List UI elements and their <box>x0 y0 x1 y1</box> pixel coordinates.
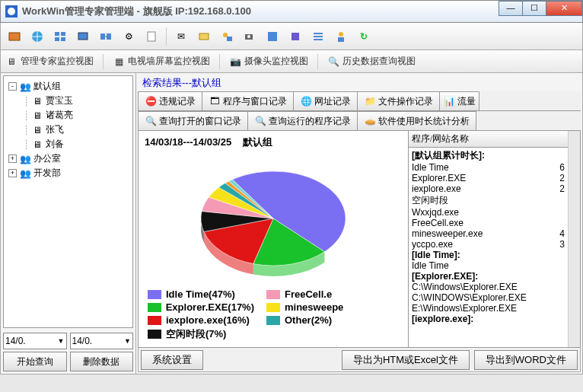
list-item[interactable]: C:\WINDOWS\Explorer.EXE <box>412 292 565 303</box>
toolbar-btn-12[interactable] <box>262 26 283 47</box>
date-to-input[interactable]: 14/0.▼ <box>70 333 134 349</box>
view-tab-history[interactable]: 🔍历史数据查询视图 <box>327 55 416 68</box>
tree-user[interactable]: ┊🖥诸葛亮 <box>7 108 129 123</box>
tab-usage-stats[interactable]: 🥧软件使用时长统计分析 <box>357 111 476 130</box>
chart-column: 14/03/18---14/03/25 默认组 Idle Time(47%)Fr… <box>139 131 408 347</box>
view-tab-tvwall[interactable]: ▦电视墙屏幕监控视图 <box>113 55 210 68</box>
view-tab-camera-label: 摄像头监控视图 <box>244 55 308 68</box>
tree-group-default[interactable]: - 👥 默认组 <box>7 79 129 94</box>
list-item[interactable]: Wxxjqd.exe <box>412 207 565 218</box>
tree-user[interactable]: ┊🖥刘备 <box>7 137 129 151</box>
tab-url[interactable]: 🌐网址记录 <box>293 91 358 110</box>
svg-rect-5 <box>61 32 65 36</box>
search-icon: 🔍 <box>145 115 157 127</box>
view-tab-camera[interactable]: 📷摄像头监控视图 <box>229 55 308 68</box>
tree-group-dev[interactable]: + 👥 开发部 <box>7 166 129 180</box>
camera-icon: 📷 <box>229 56 241 68</box>
toolbar-btn-mail[interactable]: ✉ <box>170 26 192 47</box>
tab-program-window[interactable]: 🗔程序与窗口记录 <box>202 91 294 110</box>
group-icon: 👥 <box>19 81 31 93</box>
list-item[interactable]: Explorer.EXE2 <box>412 173 565 183</box>
view-tab-history-label: 历史数据查询视图 <box>342 55 416 68</box>
svg-rect-8 <box>78 33 88 40</box>
list-item[interactable]: Idle Time <box>412 260 565 271</box>
computer-icon: 🖥 <box>31 110 43 122</box>
list-item[interactable]: Idle Time6 <box>412 162 565 173</box>
export-html-excel-button[interactable]: 导出为HTM或Excel文件 <box>342 350 470 370</box>
list-body[interactable]: [默认组累计时长]:Idle Time6Explorer.EXE2iexplor… <box>409 148 568 347</box>
delete-data-button[interactable]: 删除数据 <box>70 352 134 371</box>
bottom-bar: 系统设置 导出为HTM或Excel文件 导出到WORD文件 <box>138 348 581 372</box>
legend-label: Explorer.EXE(17%) <box>166 301 254 313</box>
start-query-button[interactable]: 开始查询 <box>3 352 67 371</box>
toolbar-btn-reload[interactable]: ↻ <box>353 26 374 47</box>
toolbar-btn-send[interactable] <box>193 26 215 47</box>
list-item[interactable]: E:\Windows\Explorer.EXE <box>412 303 565 314</box>
svg-rect-21 <box>314 39 323 40</box>
list-item[interactable]: minesweeper.exe4 <box>412 228 565 239</box>
list-header: 程序/网站名称 <box>409 131 568 148</box>
left-panel: - 👥 默认组 ┊🖥贾宝玉 ┊🖥诸葛亮 ┊🖥张飞 ┊🖥刘备 + 👥 办公室 + … <box>1 73 136 374</box>
toolbar-btn-screen[interactable] <box>72 26 94 47</box>
toolbar-btn-transfer[interactable] <box>95 26 116 47</box>
svg-rect-9 <box>100 33 105 40</box>
toolbar-btn-list[interactable] <box>307 26 329 47</box>
legend-label: iexplore.exe(16%) <box>166 314 250 326</box>
toolbar-btn-1[interactable] <box>4 26 25 47</box>
tab-running-programs[interactable]: 🔍查询运行的程序记录 <box>247 111 358 130</box>
close-button[interactable]: ✕ <box>546 1 582 16</box>
system-settings-button[interactable]: 系统设置 <box>141 350 203 370</box>
tab-open-windows[interactable]: 🔍查询打开的窗口记录 <box>138 111 248 130</box>
toolbar-btn-monitors[interactable] <box>49 26 71 47</box>
computer-icon: 🖥 <box>31 139 43 151</box>
legend-swatch <box>148 290 161 299</box>
tree-user[interactable]: ┊🖥张飞 <box>7 123 129 137</box>
list-item[interactable]: iexplore.exe2 <box>412 183 565 194</box>
window-titlebar: WorkWin管理专家管理端 - 旗舰版 IP:192.168.0.100 — … <box>0 0 583 23</box>
main-toolbar: ⚙ ✉ ↻ <box>0 23 583 50</box>
toolbar-btn-gear[interactable]: ⚙ <box>118 26 139 47</box>
expand-icon[interactable]: + <box>8 169 17 177</box>
chart-legend: Idle Time(47%)FreeCell.eExplorer.EXE(17%… <box>142 285 405 344</box>
tab-fileop[interactable]: 📁文件操作记录 <box>357 91 440 110</box>
toolbar-btn-film[interactable] <box>285 26 306 47</box>
legend-label: 空闲时段(7%) <box>166 327 226 341</box>
date-from-input[interactable]: 14/0.▼ <box>3 333 67 349</box>
minimize-button[interactable]: — <box>499 1 523 16</box>
tree-group-office[interactable]: + 👥 办公室 <box>7 151 129 166</box>
list-item[interactable]: [Idle Time]: <box>412 250 565 260</box>
list-item[interactable]: FreeCell.exe <box>412 218 565 228</box>
list-item[interactable]: [iexplore.exe]: <box>412 314 565 324</box>
toolbar-btn-camera[interactable] <box>239 26 260 47</box>
maximize-button[interactable]: ☐ <box>522 1 546 16</box>
view-tab-monitor[interactable]: 🖥管理专家监控视图 <box>5 55 94 68</box>
toolbar-btn-doc[interactable] <box>141 26 162 47</box>
window-icon: 🗔 <box>209 95 221 107</box>
svg-rect-12 <box>199 33 209 40</box>
svg-point-1 <box>8 8 15 15</box>
toolbar-btn-user-msg[interactable] <box>216 26 237 47</box>
expand-icon[interactable]: + <box>8 155 17 163</box>
export-word-button[interactable]: 导出到WORD文件 <box>474 350 578 370</box>
tree-user[interactable]: ┊🖥贾宝玉 <box>7 94 129 108</box>
list-item[interactable]: 空闲时段 <box>412 194 565 207</box>
list-scrollbar[interactable] <box>568 131 580 347</box>
list-item[interactable]: [默认组累计时长]: <box>412 149 565 162</box>
client-tree[interactable]: - 👥 默认组 ┊🖥贾宝玉 ┊🖥诸葛亮 ┊🖥张飞 ┊🖥刘备 + 👥 办公室 + … <box>3 75 133 328</box>
dropdown-icon: ▼ <box>58 337 65 345</box>
collapse-icon[interactable]: - <box>8 82 17 91</box>
monitor-icon: 🖥 <box>5 56 18 68</box>
group-icon: 👥 <box>19 167 31 180</box>
program-list: 程序/网站名称 [默认组累计时长]:Idle Time6Explorer.EXE… <box>408 131 568 347</box>
view-tab-strip: 🖥管理专家监控视图 ▦电视墙屏幕监控视图 📷摄像头监控视图 🔍历史数据查询视图 <box>0 50 583 73</box>
list-item[interactable]: [Explorer.EXE]: <box>412 271 565 282</box>
tab-violation[interactable]: ⛔违规记录 <box>138 91 202 110</box>
tab-traffic[interactable]: 📊流量 <box>439 91 479 110</box>
toolbar-btn-person[interactable] <box>330 26 352 47</box>
forbidden-icon: ⛔ <box>145 95 157 107</box>
toolbar-btn-globe[interactable] <box>27 26 48 47</box>
svg-rect-7 <box>61 37 65 41</box>
list-item[interactable]: yccpo.exe3 <box>412 239 565 250</box>
list-item[interactable]: C:\Windows\Explorer.EXE <box>412 282 565 292</box>
computer-icon: 🖥 <box>31 124 43 136</box>
